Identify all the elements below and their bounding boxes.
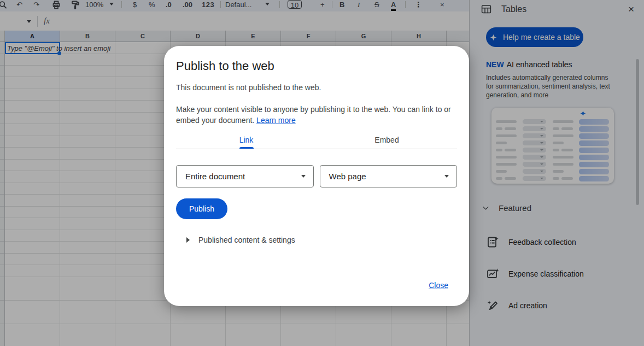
tab-embed-label: Embed xyxy=(374,136,399,144)
dialog-close-button[interactable]: Close xyxy=(429,281,448,290)
description-text: Make your content visible to anyone by p… xyxy=(176,105,451,125)
tabs-divider xyxy=(176,149,457,149)
tab-embed[interactable]: Embed xyxy=(317,132,457,149)
dialog-description: Make your content visible to anyone by p… xyxy=(176,104,456,126)
tab-link[interactable]: Link xyxy=(176,132,317,149)
tab-link-label: Link xyxy=(239,136,254,144)
chevron-down-icon xyxy=(444,175,449,178)
publish-status-text: This document is not published to the we… xyxy=(176,82,457,93)
content-select-value: Entire document xyxy=(185,172,245,181)
publish-tabs: Link Embed xyxy=(176,132,457,149)
content-select[interactable]: Entire document xyxy=(176,165,314,187)
learn-more-link[interactable]: Learn more xyxy=(256,116,296,125)
chevron-down-icon xyxy=(301,175,306,178)
publish-button[interactable]: Publish xyxy=(176,198,227,219)
google-sheets-app: ↶ ↷ 100% $ % .0 .00 123 Defaul... 10 + B… xyxy=(0,0,644,346)
active-tab-indicator xyxy=(239,147,254,149)
format-select[interactable]: Web page xyxy=(320,165,458,187)
format-select-value: Web page xyxy=(329,172,366,181)
published-content-settings-toggle[interactable]: Published content & settings xyxy=(186,236,457,244)
disclosure-triangle-icon xyxy=(186,237,190,243)
dialog-title: Publish to the web xyxy=(176,59,457,73)
publish-options-row: Entire document Web page xyxy=(176,165,457,187)
disclosure-label: Published content & settings xyxy=(198,236,295,244)
publish-dialog: Publish to the web This document is not … xyxy=(164,46,469,306)
